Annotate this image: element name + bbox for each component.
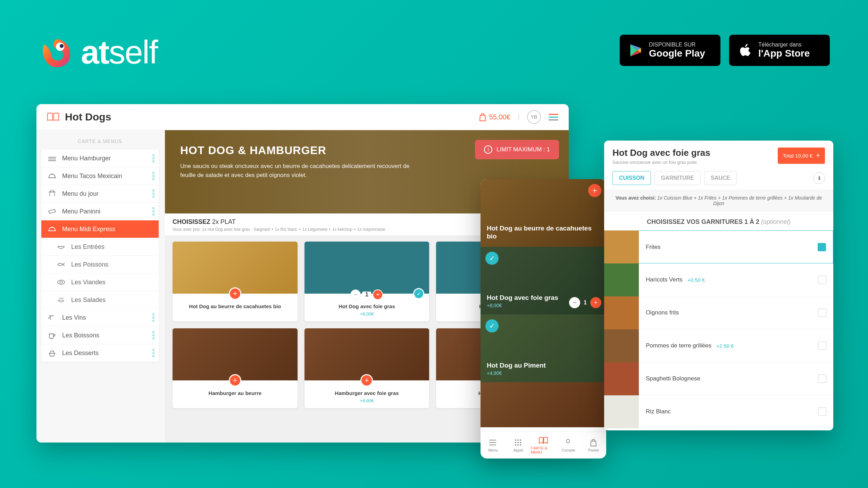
cart-button[interactable]: 55,00€ (479, 112, 510, 121)
sidebar-item[interactable]: Les Desserts (41, 344, 159, 362)
brand-logo: atself (36, 33, 157, 71)
food-thumb (604, 395, 639, 428)
cfg-title: Hot Dog avec foie gras (612, 148, 710, 158)
sidebar-item[interactable]: Les Salades (41, 291, 159, 309)
main-topbar: Hot Dogs 55,00€ | YB (36, 104, 569, 130)
check-icon: ✓ (485, 319, 499, 333)
nav-item-bag[interactable]: Panier (581, 432, 606, 458)
hero-desc: Une saucis ou steak onctueux avec un beu… (180, 162, 423, 179)
sidebar-item-label: Menu Paninni (62, 208, 100, 215)
mobile-food-item[interactable]: ✓Hot Dog au Piment+4,90€ (481, 314, 606, 382)
card-name: Hot Dog au beurre de cacahuetes bio (176, 303, 294, 309)
total-button[interactable]: Total 10,00 €+ (778, 148, 825, 164)
sidebar-item[interactable]: Menu Midi Express (41, 220, 159, 238)
sidebar-item[interactable]: Menu du jour (41, 185, 159, 203)
svg-point-4 (515, 439, 516, 441)
sidebar-item-label: Les Vins (62, 314, 86, 321)
add-button[interactable]: + (229, 374, 241, 387)
garniture-row[interactable]: Pommes de terre grillées+2.50 € (604, 329, 833, 362)
cloche-icon (48, 225, 57, 233)
food-thumb (604, 263, 639, 296)
garniture-row[interactable]: Haricots Verts+0.50 € (604, 263, 833, 296)
limit-badge: !LIMIT MAXIMUM : 1 (475, 140, 559, 159)
add-button[interactable]: + (360, 374, 373, 387)
food-card[interactable]: −1+✓Hot Dog avec foie gras+8,00€ (304, 242, 429, 321)
food-card[interactable]: +Hamburger au beurre (173, 328, 298, 408)
mobile-food-item[interactable] (481, 382, 606, 427)
chosen-summary: Vous avez choisi: 1x Cuisson Blue + 1x F… (604, 190, 833, 211)
food-thumb (604, 329, 639, 362)
choose-rest: 2x PLAT (210, 218, 236, 225)
sidebar-item[interactable]: Les Vins (41, 309, 159, 327)
google-line1: DISPONIBLE SUR (649, 42, 705, 48)
sidebar-item[interactable]: Les Poissons (41, 256, 159, 274)
download-icon[interactable]: ⬇ (813, 172, 825, 184)
checkbox[interactable] (818, 407, 826, 416)
google-line2: Google Play (649, 48, 705, 59)
tab-sauce[interactable]: SAUCE (704, 171, 737, 185)
checkbox[interactable] (818, 243, 826, 251)
user-icon (564, 438, 573, 447)
google-play-badge[interactable]: DISPONIBLE SURGoogle Play (620, 35, 720, 66)
checkbox[interactable] (818, 276, 826, 284)
nav-item-menu[interactable]: Menu (481, 432, 506, 458)
steak-icon (57, 278, 66, 286)
garniture-row[interactable]: Riz Blanc (604, 395, 833, 428)
apple-line2: l'App Store (758, 48, 810, 59)
checkbox[interactable] (818, 309, 826, 317)
plus-button[interactable]: + (373, 289, 383, 300)
tab-cuisson[interactable]: CUISSON (612, 171, 651, 185)
sidebar-item-label: Menu Midi Express (62, 226, 115, 233)
plus-button[interactable]: + (590, 297, 601, 308)
add-button[interactable]: + (588, 184, 601, 197)
garniture-row[interactable]: Frites (604, 230, 833, 263)
sidebar-item[interactable]: Menu Paninni (41, 203, 159, 220)
limit-text: LIMIT MAXIMUM : 1 (496, 146, 550, 153)
food-image: + (173, 328, 298, 380)
book-icon (539, 436, 548, 445)
mobile-food-item[interactable]: +Hot Dog au beurre de cacahuetes bio (481, 179, 606, 247)
cloche-icon (48, 172, 57, 180)
svg-point-13 (566, 439, 570, 443)
svg-point-3 (60, 281, 62, 283)
minus-button[interactable]: − (350, 289, 361, 300)
svg-point-2 (58, 280, 65, 284)
add-button[interactable]: + (229, 287, 241, 300)
sidebar-item-label: Menu Hamburger (62, 155, 111, 162)
svg-point-12 (520, 444, 521, 446)
sidebar-item[interactable]: Les Entrées (41, 238, 159, 256)
avatar[interactable]: YB (527, 110, 541, 124)
menu-icon[interactable] (549, 114, 558, 120)
sidebar-item[interactable]: Les Boissons (41, 327, 159, 344)
app-store-badge[interactable]: Télécharger dansl'App Store (729, 35, 830, 66)
tab-garniture[interactable]: GARNITURE (654, 171, 701, 185)
salad-icon (57, 296, 66, 304)
nav-item-book[interactable]: CARTE & MENU (531, 432, 556, 458)
minus-button[interactable]: − (569, 297, 580, 308)
nav-item-user[interactable]: Compte (556, 432, 581, 458)
checkbox[interactable] (818, 375, 826, 383)
nav-label: Compte (562, 448, 575, 452)
mobile-window: +Hot Dog au beurre de cacahuetes bio✓Hot… (481, 179, 606, 458)
card-name: Hamburger au beurre (176, 390, 294, 396)
page-title: Hot Dogs (65, 111, 111, 123)
mobile-food-item[interactable]: ✓Hot Dog avec foie gras+8,00€−1+ (481, 247, 606, 314)
sidebar-item[interactable]: Les Viandes (41, 274, 159, 291)
section-title: CHOISISSEZ VOS GARNITURES 1 À 2 (optionn… (604, 211, 833, 230)
bowl-icon (57, 243, 66, 251)
garniture-name: Riz Blanc (646, 408, 671, 415)
food-image: + (173, 242, 298, 294)
garniture-row[interactable]: Oignons frits (604, 296, 833, 329)
sidebar-item[interactable]: Menu Hamburger (41, 150, 159, 167)
garniture-row[interactable]: Spaghetti Bolognese (604, 362, 833, 395)
qty-value: 1 (362, 292, 371, 298)
sidebar-item-label: Les Boissons (62, 332, 99, 339)
checkbox[interactable] (818, 342, 826, 350)
sidebar-item[interactable]: Menu Tacos Mexicain (41, 167, 159, 185)
svg-point-8 (517, 442, 519, 443)
food-card[interactable]: +Hot Dog au beurre de cacahuetes bio (173, 242, 298, 321)
chef-icon (48, 190, 57, 197)
google-play-icon (629, 43, 644, 58)
food-card[interactable]: +Hamburger avec foie gras+4,90€ (304, 328, 429, 408)
nav-item-dial[interactable]: Appel (506, 432, 531, 458)
